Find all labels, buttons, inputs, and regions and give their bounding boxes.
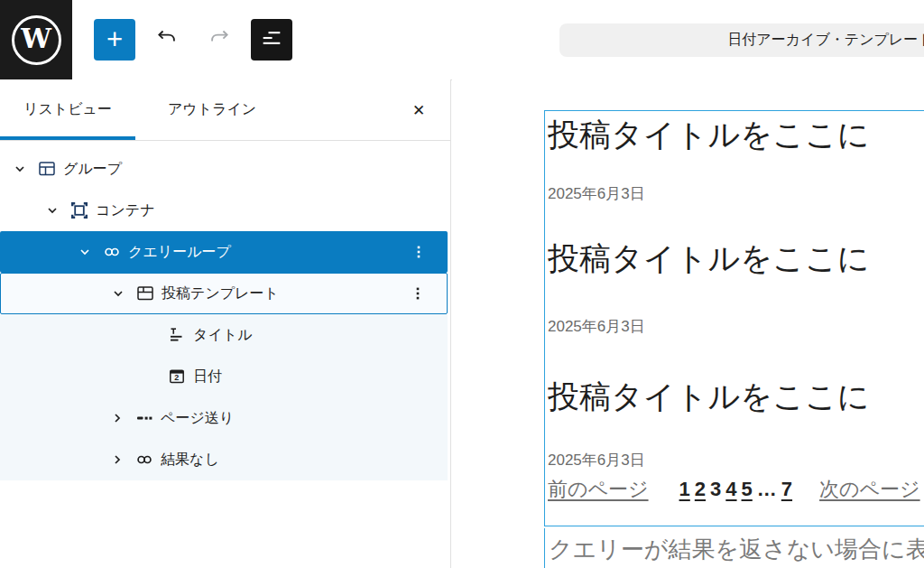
previous-page-link[interactable]: 前のページ — [548, 476, 649, 503]
block-label: コンテナ — [96, 201, 155, 220]
container-icon — [69, 200, 90, 221]
next-page-link[interactable]: 次のページ — [819, 476, 920, 503]
close-list-view-button[interactable]: ✕ — [403, 95, 434, 126]
page-number-current: … — [757, 476, 777, 503]
page-number-link[interactable]: 7 — [781, 476, 792, 503]
block-label: ページ送り — [161, 409, 234, 428]
chevron-down-icon[interactable] — [74, 241, 96, 263]
chevron-down-icon[interactable] — [107, 283, 129, 304]
query-loop-block-outline[interactable]: 投稿タイトルをここに2025年6月3日投稿タイトルをここに2025年6月3日投稿… — [544, 110, 924, 526]
post-title[interactable]: 投稿タイトルをここに — [548, 237, 924, 280]
list-view-row[interactable]: コンテナ — [0, 190, 448, 231]
page-number-link[interactable]: 4 — [725, 476, 736, 503]
redo-button[interactable] — [201, 19, 237, 61]
post-preview-item: 投稿タイトルをここに2025年6月3日 — [548, 113, 924, 205]
list-view-row[interactable]: 投稿テンプレート — [0, 273, 448, 314]
post-title[interactable]: 投稿タイトルをここに — [548, 113, 924, 156]
chevron-right-icon[interactable] — [106, 407, 128, 429]
loop-icon — [134, 449, 155, 470]
page-number-link[interactable]: 1 — [679, 476, 690, 503]
block-label: クエリーループ — [128, 243, 231, 262]
block-tree: グループコンテナクエリーループ投稿テンプレートタイトル2日付ページ送り結果なし — [0, 141, 450, 480]
post-preview-item: 投稿タイトルをここに2025年6月3日 — [548, 375, 924, 471]
document-title-button[interactable]: 日付アーカイブ・テンプレート — [559, 23, 924, 57]
list-view-row[interactable]: ページ送り — [0, 397, 448, 439]
block-label: 投稿テンプレート — [162, 284, 279, 303]
page-number-current: 3 — [710, 476, 721, 503]
document-title: 日付アーカイブ・テンプレート — [727, 31, 924, 50]
post-date[interactable]: 2025年6月3日 — [548, 450, 924, 471]
block-inserter-button[interactable]: + — [94, 19, 135, 61]
active-tab-indicator — [0, 136, 135, 140]
redo-icon — [207, 25, 232, 54]
chevron-placeholder — [139, 324, 161, 346]
post-date[interactable]: 2025年6月3日 — [548, 183, 924, 205]
chevron-down-icon[interactable] — [9, 158, 31, 180]
chevron-right-icon[interactable] — [106, 449, 128, 470]
block-label: グループ — [63, 160, 122, 179]
list-view-icon — [259, 25, 284, 54]
page-numbers: 12345…7 — [679, 476, 793, 503]
document-overview-toggle[interactable] — [251, 19, 292, 61]
block-label: タイトル — [193, 326, 253, 345]
list-view-row[interactable]: 2日付 — [0, 356, 448, 397]
tab-outline[interactable]: アウトライン — [144, 79, 280, 140]
pagination-icon — [134, 407, 155, 429]
editor-top-bar: W + 日付アーカイブ・テンプレート — [0, 0, 924, 80]
list-view-row[interactable]: タイトル — [0, 314, 448, 356]
post-template-preview: 投稿タイトルをここに2025年6月3日投稿タイトルをここに2025年6月3日投稿… — [548, 113, 924, 471]
list-view-tabbar: リストビュー アウトライン ✕ — [0, 79, 450, 141]
post-preview-item: 投稿タイトルをここに2025年6月3日 — [548, 237, 924, 338]
block-label: 結果なし — [161, 451, 219, 470]
post-template-icon — [134, 283, 156, 304]
title-icon — [166, 324, 188, 346]
undo-icon — [154, 25, 180, 54]
wordpress-logo-icon: W — [12, 15, 61, 65]
undo-button[interactable] — [149, 19, 185, 61]
tab-list-view[interactable]: リストビュー — [0, 79, 135, 140]
page-number-link[interactable]: 2 — [695, 476, 706, 503]
editor-canvas: 投稿タイトルをここに2025年6月3日投稿タイトルをここに2025年6月3日投稿… — [452, 79, 924, 568]
list-view-panel: リストビュー アウトライン ✕ グループコンテナクエリーループ投稿テンプレートタ… — [0, 79, 451, 568]
no-results-block-outline[interactable]: クエリーが結果を返さない場合に表示されます。 — [544, 528, 924, 568]
svg-text:2: 2 — [174, 373, 179, 382]
date-icon: 2 — [166, 366, 188, 387]
loop-icon — [101, 241, 123, 263]
wordpress-logo-button[interactable]: W — [0, 0, 72, 79]
block-label: 日付 — [193, 368, 222, 386]
list-view-row[interactable]: 結果なし — [0, 439, 448, 480]
page-number-link[interactable]: 5 — [742, 476, 753, 503]
list-view-row[interactable]: クエリーループ — [0, 231, 448, 273]
post-date[interactable]: 2025年6月3日 — [548, 316, 924, 338]
no-results-placeholder-text: クエリーが結果を返さない場合に表示されます。 — [545, 528, 924, 564]
options-kebab-icon[interactable] — [407, 283, 429, 304]
group-icon — [36, 158, 58, 180]
chevron-down-icon[interactable] — [42, 200, 63, 221]
chevron-placeholder — [139, 366, 161, 387]
list-view-row[interactable]: グループ — [0, 148, 448, 190]
pagination-block: 前のページ 12345…7 次のページ — [548, 476, 924, 503]
options-kebab-icon[interactable] — [408, 241, 430, 263]
post-title[interactable]: 投稿タイトルをここに — [548, 375, 924, 418]
